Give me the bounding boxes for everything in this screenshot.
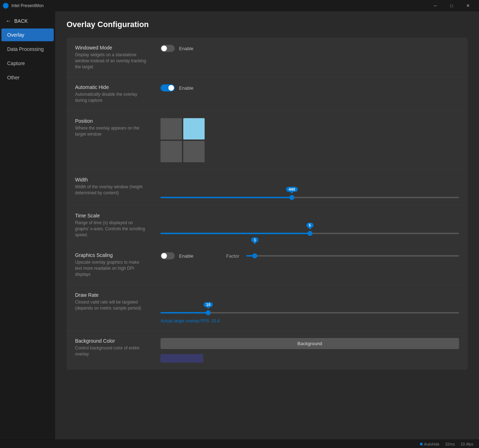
titlebar-controls: ─ □ ✕: [427, 0, 476, 11]
graphics-scaling-info: Graphics Scaling Upscale overlay graphic…: [75, 252, 146, 277]
draw-rate-thumb[interactable]: [206, 310, 211, 315]
width-control: 440: [160, 177, 459, 198]
sidebar-item-data-processing[interactable]: Data Processing: [1, 43, 54, 56]
position-top-left[interactable]: [160, 118, 182, 139]
status-dot-icon: [420, 443, 423, 446]
width-slider-container: 440: [160, 183, 459, 198]
time-scale-slider-container: 5: [160, 218, 459, 234]
automatic-hide-toggle-row: Enable: [160, 84, 459, 91]
status-ms: 32ms: [445, 442, 455, 446]
draw-rate-fill: [160, 312, 208, 313]
time-scale-info: Time Scale Range of time (s) displayed o…: [75, 213, 146, 238]
graphics-scaling-factor-label: Factor: [226, 253, 239, 259]
windowed-mode-control: Enable: [160, 45, 459, 52]
windowed-mode-knob: [161, 46, 167, 51]
graphics-scaling-toggle-row: Enable Factor 1: [160, 252, 459, 259]
windowed-mode-toggle-label: Enable: [179, 46, 193, 51]
graphics-scaling-label: Graphics Scaling: [75, 252, 146, 258]
draw-rate-label: Draw Rate: [75, 292, 146, 298]
graphics-scaling-row: Graphics Scaling Upscale overlay graphic…: [67, 245, 468, 285]
app-icon: [3, 3, 9, 9]
titlebar: Intel PresentMon ─ □ ✕: [0, 0, 479, 11]
position-control: [160, 118, 459, 162]
draw-rate-info: Draw Rate Closest valid rate will be tar…: [75, 292, 146, 311]
draw-rate-slider-container: 10: [160, 298, 459, 313]
graphics-scaling-thumb[interactable]: [252, 253, 257, 258]
position-bottom-left[interactable]: [160, 141, 182, 162]
time-scale-label: Time Scale: [75, 213, 146, 218]
sidebar-item-overlay[interactable]: Overlay: [1, 28, 54, 41]
graphics-scaling-toggle[interactable]: [160, 252, 175, 259]
graphics-scaling-control: Enable Factor 1: [160, 252, 459, 259]
automatic-hide-desc: Automatically disable the overlay during…: [75, 91, 146, 104]
draw-rate-value-balloon: 10: [204, 302, 213, 307]
settings-panel: Windowed Mode Display widgets on a stand…: [67, 38, 468, 370]
width-thumb[interactable]: [289, 195, 294, 200]
width-value-balloon: 440: [286, 187, 298, 192]
sidebar-item-capture[interactable]: Capture: [1, 57, 54, 70]
width-desc: Width of the overlay window (height dete…: [75, 184, 146, 196]
app-body: ← BACK Overlay Data Processing Capture O…: [0, 11, 479, 439]
width-info: Width Width of the overlay window (heigh…: [75, 177, 146, 196]
windowed-mode-toggle[interactable]: [160, 45, 175, 52]
background-color-button[interactable]: Background: [160, 338, 459, 349]
position-bottom-right[interactable]: [183, 141, 205, 162]
time-scale-row: Time Scale Range of time (s) displayed o…: [67, 206, 468, 245]
time-scale-fill: [160, 233, 310, 234]
width-track: [160, 197, 459, 198]
page-title: Overlay Configuration: [67, 20, 468, 29]
background-color-desc: Control background color of entire overl…: [75, 345, 146, 357]
time-scale-thumb[interactable]: [307, 231, 312, 236]
graphics-scaling-track: [246, 255, 459, 257]
close-button[interactable]: ✕: [460, 0, 476, 11]
automatic-hide-row: Automatic Hide Automatically disable the…: [67, 77, 468, 111]
status-autohide-label: Autohide: [424, 442, 439, 446]
graphics-scaling-value-balloon: 1: [251, 237, 258, 242]
minimize-button[interactable]: ─: [427, 0, 443, 11]
sidebar-item-other[interactable]: Other: [1, 71, 54, 84]
windowed-mode-toggle-row: Enable: [160, 45, 459, 52]
draw-rate-track: [160, 312, 459, 313]
width-label: Width: [75, 177, 146, 183]
draw-rate-info-text: Actual target overlay FPS: 10.4: [160, 318, 459, 323]
time-scale-control: 5: [160, 213, 459, 234]
draw-rate-control: 10 Actual target overlay FPS: 10.4: [160, 292, 459, 323]
position-info: Position Where the overlay appears on th…: [75, 118, 146, 137]
width-fill: [160, 197, 292, 198]
sidebar: ← BACK Overlay Data Processing Capture O…: [0, 11, 55, 439]
position-label: Position: [75, 118, 146, 124]
position-grid: [160, 118, 205, 162]
graphics-scaling-knob: [161, 253, 167, 259]
maximize-button[interactable]: □: [443, 0, 460, 11]
time-scale-value-balloon: 5: [306, 223, 313, 228]
automatic-hide-toggle[interactable]: [160, 84, 175, 91]
windowed-mode-desc: Display widgets on a standalone window i…: [75, 52, 146, 70]
back-button[interactable]: ← BACK: [0, 14, 55, 28]
draw-rate-row: Draw Rate Closest valid rate will be tar…: [67, 285, 468, 331]
windowed-mode-info: Windowed Mode Display widgets on a stand…: [75, 45, 146, 70]
titlebar-left: Intel PresentMon: [3, 3, 44, 9]
graphics-scaling-desc: Upscale overlay graphics to make text mo…: [75, 259, 146, 277]
time-scale-desc: Range of time (s) displayed on graphs' x…: [75, 220, 146, 238]
titlebar-title: Intel PresentMon: [11, 3, 44, 8]
automatic-hide-control: Enable: [160, 84, 459, 91]
background-color-swatch: [160, 354, 203, 363]
background-color-row: Background Color Control background colo…: [67, 331, 468, 370]
position-row: Position Where the overlay appears on th…: [67, 111, 468, 170]
windowed-mode-label: Windowed Mode: [75, 45, 146, 51]
time-scale-track: [160, 233, 459, 234]
background-color-label: Background Color: [75, 338, 146, 344]
draw-rate-desc: Closest valid rate will be targeted (dep…: [75, 299, 146, 311]
automatic-hide-knob: [168, 85, 174, 91]
position-top-right[interactable]: [183, 118, 205, 139]
graphics-scaling-toggle-label: Enable: [179, 253, 193, 259]
back-arrow-icon: ←: [6, 18, 11, 24]
status-fps: 10.4fps: [460, 442, 473, 446]
statusbar: Autohide 32ms 10.4fps: [0, 439, 479, 448]
status-autohide: Autohide: [420, 442, 439, 446]
automatic-hide-toggle-label: Enable: [179, 85, 193, 91]
width-row: Width Width of the overlay window (heigh…: [67, 170, 468, 206]
background-color-info: Background Color Control background colo…: [75, 338, 146, 357]
position-desc: Where the overlay appears on the target …: [75, 125, 146, 137]
main-content: Overlay Configuration Windowed Mode Disp…: [55, 11, 479, 439]
